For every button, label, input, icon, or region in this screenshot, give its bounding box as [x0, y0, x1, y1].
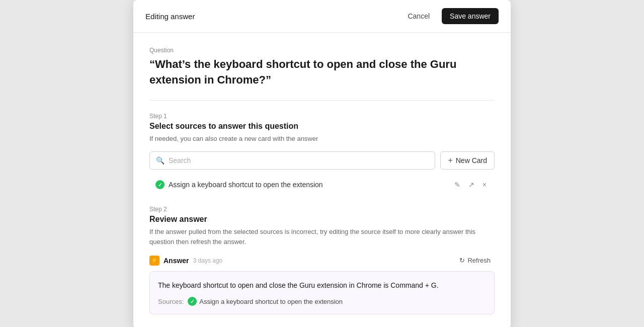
refresh-button[interactable]: ↻ Refresh — [455, 255, 495, 266]
answer-content: The keyboard shortcut to open and close … — [158, 280, 486, 291]
step1-description: If needed, you can also create a new car… — [149, 134, 495, 144]
search-wrapper[interactable]: 🔍 — [149, 151, 435, 170]
step1-title: Select sources to answer this question — [149, 122, 495, 131]
external-link-icon: ↗ — [468, 181, 474, 189]
answer-row: ⚡ Answer 3 days ago ↻ Refresh — [149, 255, 495, 266]
cancel-button[interactable]: Cancel — [401, 9, 436, 23]
modal-header: Editing answer Cancel Save answer — [133, 0, 511, 33]
new-card-button[interactable]: + New Card — [440, 151, 495, 170]
edit-source-button[interactable]: ✎ — [452, 180, 462, 190]
modal: Editing answer Cancel Save answer Questi… — [133, 0, 511, 327]
question-label: Question — [149, 47, 495, 54]
close-icon: × — [482, 181, 487, 189]
section-divider — [149, 100, 495, 101]
step1-label: Step 1 — [149, 113, 495, 120]
source-item: Assign a keyboard shortcut to open the e… — [149, 176, 495, 194]
answer-label: Answer — [164, 257, 189, 265]
search-input[interactable] — [169, 156, 429, 165]
check-icon — [155, 180, 165, 189]
modal-title: Editing answer — [145, 12, 195, 21]
sources-row: Sources: Assign a keyboard shortcut to o… — [158, 297, 486, 306]
source-text: Assign a keyboard shortcut to open the e… — [169, 181, 323, 189]
answer-source-tag-text: Assign a keyboard shortcut to open the e… — [199, 298, 343, 305]
plus-icon: + — [448, 156, 452, 165]
search-icon: 🔍 — [156, 156, 165, 165]
source-actions: ✎ ↗ × — [452, 180, 489, 190]
answer-source-check-icon — [188, 297, 197, 306]
answer-source-tag: Assign a keyboard shortcut to open the e… — [188, 297, 343, 306]
modal-body: Question “What’s the keyboard shortcut t… — [133, 33, 511, 327]
header-actions: Cancel Save answer — [401, 8, 499, 24]
open-external-button[interactable]: ↗ — [466, 180, 476, 190]
answer-timestamp: 3 days ago — [193, 257, 223, 264]
source-item-left: Assign a keyboard shortcut to open the e… — [155, 180, 323, 189]
question-text: “What’s the keyboard shortcut to open an… — [149, 57, 495, 88]
step2-section: Step 2 Review answer If the answer pulle… — [149, 206, 495, 314]
edit-icon: ✎ — [454, 181, 460, 189]
step2-title: Review answer — [149, 215, 495, 224]
step2-label: Step 2 — [149, 206, 495, 213]
step2-description: If the answer pulled from the selected s… — [149, 227, 495, 247]
refresh-label: Refresh — [467, 257, 491, 264]
lightning-icon: ⚡ — [149, 256, 159, 266]
answer-box: The keyboard shortcut to open and close … — [149, 271, 495, 314]
remove-source-button[interactable]: × — [480, 180, 489, 190]
refresh-icon: ↻ — [459, 257, 465, 264]
sources-label: Sources: — [158, 298, 184, 305]
new-card-label: New Card — [456, 156, 487, 165]
search-row: 🔍 + New Card — [149, 151, 495, 170]
answer-row-left: ⚡ Answer 3 days ago — [149, 256, 222, 266]
save-button[interactable]: Save answer — [442, 8, 499, 24]
